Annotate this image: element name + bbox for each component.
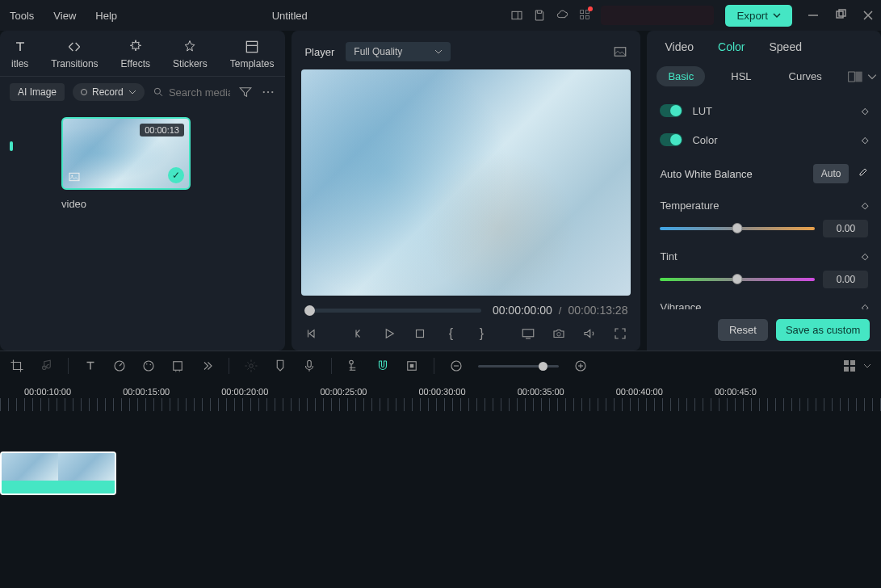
keyframe-icon[interactable]: ◇ — [862, 200, 868, 211]
play-icon[interactable] — [382, 326, 396, 341]
search-icon[interactable] — [153, 85, 164, 99]
scrubber-handle[interactable] — [304, 305, 315, 316]
record-dot-icon — [81, 89, 87, 95]
cloud-icon[interactable] — [556, 9, 568, 22]
tab-templates[interactable]: Templates — [230, 39, 275, 69]
keyframe-icon[interactable]: ◇ — [862, 106, 868, 116]
compare-icon[interactable] — [848, 71, 862, 82]
fullscreen-icon[interactable] — [613, 326, 627, 341]
scrubber-track[interactable] — [304, 309, 480, 313]
text-icon[interactable] — [83, 359, 98, 373]
chevron-down-icon[interactable] — [867, 72, 877, 82]
tab-effects[interactable]: Effects — [121, 39, 150, 69]
asset-tabs: itles Transitions Effects Stickers Templ… — [0, 31, 285, 76]
snap-icon[interactable] — [170, 359, 185, 373]
keyframe-icon[interactable]: ◇ — [862, 135, 868, 145]
mark-in-icon[interactable]: { — [443, 326, 458, 341]
svg-rect-5 — [586, 15, 589, 19]
display-icon[interactable] — [521, 326, 535, 341]
audio-track-icon[interactable] — [346, 359, 361, 373]
media-item-video[interactable]: 00:00:13 ✓ video — [61, 117, 191, 341]
save-custom-button[interactable]: Save as custom — [776, 319, 871, 341]
media-type-icon — [68, 170, 81, 183]
temperature-value[interactable]: 0.00 — [823, 220, 868, 237]
zoom-out-icon[interactable] — [449, 359, 464, 373]
minimize-icon[interactable] — [807, 9, 820, 22]
ruler-tick: 00:00:30:00 — [419, 387, 466, 397]
mark-out-icon[interactable]: } — [474, 326, 489, 341]
time-ruler[interactable]: 00:00:10:00 00:00:15:00 00:00:20:00 00:0… — [0, 380, 881, 397]
inspector-tabs: Video Color Speed — [647, 31, 881, 63]
grid-view-icon[interactable] — [844, 360, 855, 372]
search-input[interactable] — [169, 86, 231, 99]
ai-image-button[interactable]: AI Image — [10, 83, 65, 101]
svg-point-26 — [144, 361, 153, 371]
layout-icon[interactable] — [510, 9, 523, 22]
step-back-icon[interactable] — [351, 326, 366, 341]
zoom-slider[interactable] — [478, 365, 559, 368]
ruler-tick: 00:00:25:00 — [320, 387, 367, 397]
tint-slider[interactable] — [660, 278, 815, 281]
tint-value[interactable]: 0.00 — [823, 271, 868, 288]
zoom-handle[interactable] — [539, 362, 547, 371]
gear-icon[interactable] — [244, 359, 258, 373]
subtab-hsl[interactable]: HSL — [719, 66, 762, 86]
magnet-icon[interactable] — [375, 359, 390, 373]
color-toggle[interactable] — [660, 133, 682, 146]
slider-handle[interactable] — [732, 274, 743, 284]
record-button[interactable]: Record — [73, 83, 145, 101]
palette-icon[interactable] — [141, 359, 156, 373]
menu-tools[interactable]: Tools — [10, 10, 34, 22]
slider-handle[interactable] — [732, 223, 743, 233]
quality-selector[interactable]: Full Quality — [346, 42, 451, 61]
timeline-toolbar — [0, 351, 881, 380]
lut-row: LUT ◇ — [660, 96, 868, 125]
mic-icon[interactable] — [302, 359, 317, 373]
export-button[interactable]: Export — [725, 5, 792, 27]
tab-video[interactable]: Video — [665, 40, 694, 53]
keyframe-icon[interactable]: ◇ — [862, 251, 868, 262]
stop-icon[interactable] — [413, 326, 427, 341]
more-icon[interactable] — [261, 85, 275, 99]
temperature-label: Temperature — [660, 200, 719, 212]
keyframe-icon[interactable]: ◇ — [862, 302, 868, 309]
svg-rect-23 — [848, 72, 854, 82]
timeline-tracks[interactable] — [0, 413, 881, 582]
ruler-tick: 00:00:40:00 — [616, 387, 663, 397]
subtab-curves[interactable]: Curves — [778, 66, 833, 86]
temperature-group: Temperature◇ 0.00 — [660, 193, 868, 244]
eyedropper-icon[interactable] — [855, 167, 868, 180]
tab-color[interactable]: Color — [718, 40, 745, 53]
tab-titles[interactable]: itles — [11, 39, 28, 69]
close-icon[interactable] — [862, 9, 875, 22]
frame-icon[interactable] — [405, 359, 419, 373]
camera-icon[interactable] — [552, 326, 566, 341]
maximize-icon[interactable] — [834, 9, 847, 22]
subtab-right — [848, 71, 877, 82]
zoom-in-icon[interactable] — [573, 359, 588, 373]
tab-transitions[interactable]: Transitions — [51, 39, 98, 69]
more-tools-icon[interactable] — [199, 359, 214, 373]
speed-icon[interactable] — [112, 359, 127, 373]
subtab-basic[interactable]: Basic — [657, 66, 705, 86]
chevron-down-icon[interactable] — [863, 362, 871, 370]
marker-icon[interactable] — [273, 359, 287, 373]
tab-stickers[interactable]: Stickers — [173, 39, 208, 69]
filter-icon[interactable] — [238, 85, 253, 99]
auto-button[interactable]: Auto — [813, 164, 850, 183]
lut-toggle[interactable] — [660, 104, 682, 117]
save-icon[interactable] — [533, 9, 546, 22]
temperature-slider[interactable] — [660, 227, 815, 230]
svg-point-30 — [250, 364, 254, 368]
timeline-clip[interactable] — [0, 452, 116, 495]
account-badge[interactable] — [601, 6, 714, 25]
titlebar-icons — [510, 6, 714, 25]
music-icon — [39, 359, 53, 373]
tab-speed[interactable]: Speed — [769, 40, 801, 53]
snapshot-icon[interactable] — [613, 44, 627, 59]
prev-frame-icon[interactable] — [304, 326, 319, 341]
crop-icon[interactable] — [10, 359, 24, 373]
reset-button[interactable]: Reset — [718, 319, 768, 341]
video-preview[interactable] — [301, 69, 631, 296]
volume-icon[interactable] — [582, 326, 597, 341]
